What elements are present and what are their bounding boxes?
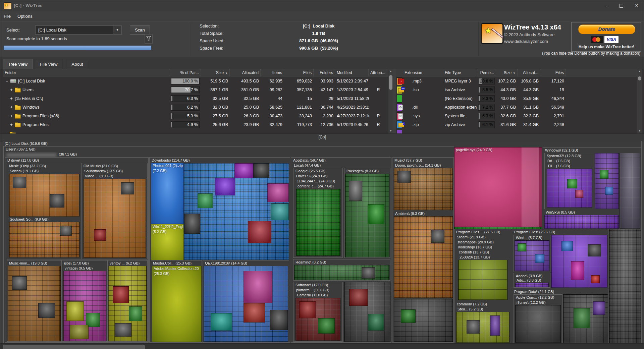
expand-icon[interactable]: +: [10, 85, 13, 94]
treemap-region-ventoy[interactable]: ventoy ... (6.2 GB): [107, 260, 148, 342]
treemap-label-redacted[interactable]: (367.1 GB): [4, 152, 453, 157]
treemap-region-old-music[interactable]: Old Music\ (31.0 GB)Soundtracks\ (13.5 G…: [81, 163, 148, 259]
treemap-block[interactable]: [211, 313, 232, 331]
treemap-region-program-files[interactable]: Program Files\ (25.6 GB)Wind... (5.7 GB)…: [512, 229, 608, 288]
treemap-block[interactable]: [574, 308, 590, 328]
treemap-label[interactable]: Program Files ... (27.5 GB): [455, 230, 511, 235]
treemap-region-d-drive[interactable]: D drive\ (117.8 GB)Music (Old)\ (33.2 GB…: [5, 157, 149, 343]
chevron-down-icon[interactable]: ▼: [113, 26, 121, 34]
table-row[interactable]: +Program Files4.9 %25.6 GB23.9 GB32,4791…: [3, 120, 388, 129]
treemap-label[interactable]: Video ... (8.9 GB): [84, 174, 134, 179]
treemap-region-music-old[interactable]: Music (Old)\ (33.2 GB)Sorted\ (19.1 GB)S…: [7, 163, 81, 259]
treemap-block[interactable]: [318, 318, 335, 334]
folder-table-scrollbar[interactable]: ▲ ▼: [388, 69, 393, 133]
treemap-label[interactable]: Program Files\ (25.6 GB): [513, 230, 607, 235]
treemap-region-google[interactable]: Google\ (25.5 GB)DriveFS\ (24.9 GB)11841…: [293, 168, 343, 258]
treemap-region-qex[interactable]: QEX19812016\ (14.4 GB): [203, 260, 289, 342]
column-header-perce[interactable]: Perce...: [477, 69, 496, 76]
treemap-mosaic[interactable]: [609, 229, 641, 344]
treemap-block[interactable]: [13, 177, 26, 188]
treemap-block[interactable]: [571, 261, 584, 280]
treemap-label[interactable]: Doom, psych, p... (14.1 GB): [394, 163, 453, 168]
table-row[interactable]: +[15 Files in C:\]6.3 %32.5 GB32.5 GB441…: [3, 94, 388, 103]
treemap-label[interactable]: Software\ (12.0 GB): [294, 283, 342, 288]
title-bar[interactable]: [C:] - WizTree ✕: [0, 0, 644, 12]
column-header-size[interactable]: Size▼: [201, 69, 230, 76]
treemap-block-adobe-master-collection[interactable]: Adobe.Master.Collection.20(25.3 GB): [152, 266, 202, 342]
treemap-block[interactable]: [368, 204, 384, 224]
treemap-label[interactable]: steamapps\ (20.9 GB): [456, 240, 509, 245]
treemap-label[interactable]: Sorted\ (19.1 GB): [8, 169, 79, 174]
maximize-button[interactable]: [613, 0, 629, 11]
expand-icon[interactable]: +: [10, 120, 13, 129]
treemap-block[interactable]: [50, 194, 64, 208]
treemap-label[interactable]: iTunes\ (12.2 GB): [515, 300, 561, 305]
treemap-block[interactable]: [244, 303, 265, 323]
bottom-scrollbar[interactable]: [0, 343, 644, 349]
treemap-label[interactable]: QEX19812016\ (14.4 GB): [204, 261, 288, 266]
treemap-label[interactable]: Dri... (7.6 GB): [546, 159, 580, 164]
treemap-region-packages[interactable]: Packages\ (8.3 GB): [344, 168, 390, 258]
treemap-block[interactable]: [184, 214, 200, 234]
treemap-block[interactable]: [518, 243, 526, 251]
column-header-allocat[interactable]: Allocat...: [518, 69, 540, 76]
table-row[interactable]: .dll⚙Application extension7.2 %37.7 GB31…: [396, 103, 637, 112]
treemap-mosaic[interactable]: [563, 294, 608, 343]
donate-button[interactable]: Donate: [578, 24, 635, 34]
treemap-mosaic[interactable]: [9, 174, 79, 217]
treemap-label[interactable]: Adobe\ (3.9 GB): [515, 274, 549, 278]
treemap-label[interactable]: vintage\ (9.5 GB): [63, 266, 106, 271]
treemap-block-photos-zip[interactable]: Photos-001 (2).zip(7.2 GB): [151, 163, 184, 224]
treemap-block[interactable]: [575, 190, 583, 198]
treemap-mosaic[interactable]: [8, 266, 61, 341]
treemap-label[interactable]: [C:] Local Disk (519.6 GB): [3, 141, 641, 146]
table-row[interactable]: +Windows6.2 %32.0 GB25.0 GB58,625121,881…: [3, 103, 388, 112]
treemap-label[interactable]: Old Music\ (31.0 GB): [82, 164, 147, 169]
treemap-region-roaming[interactable]: Roaming\ (8.2 GB): [293, 259, 390, 281]
treemap-block[interactable]: [349, 289, 368, 306]
treemap-region-windows-sub[interactable]: Wind... (5.7 GB): [514, 235, 550, 272]
treemap-label[interactable]: Fil... (7.6 GB): [547, 164, 579, 169]
treemap-block[interactable]: [588, 244, 601, 256]
treemap-mosaic[interactable]: [63, 271, 106, 341]
treemap-label[interactable]: System32\ (12.8 GB): [545, 154, 593, 159]
table-row[interactable]: .isoisoiso Archive8.5 %44.3 GB44.3 GB19: [396, 85, 637, 94]
treemap-block[interactable]: [270, 310, 288, 330]
column-header-size[interactable]: Size▼: [496, 69, 518, 76]
treemap-label[interactable]: Music\ (37.7 GB): [393, 158, 453, 163]
tab-about[interactable]: About: [67, 59, 88, 69]
treemap-mosaic[interactable]: [394, 299, 453, 342]
treemap-label[interactable]: Ambient\ (9.3 GB): [394, 211, 453, 216]
column-header-extension[interactable]: Extension: [403, 69, 443, 76]
expand-icon[interactable]: +: [10, 94, 13, 103]
table-row[interactable]: +Users70.7 %367.1 GB351.0 GB99,282357,13…: [3, 85, 388, 94]
treemap-label[interactable]: workshop\ (13.7 GB): [457, 245, 509, 250]
treemap[interactable]: [C:] Local Disk (519.6 GB)Users\ (367.1 …: [3, 141, 642, 343]
treemap-label[interactable]: Soundtracks\ (13.5 GB): [83, 169, 146, 174]
treemap-block[interactable]: [368, 314, 384, 331]
menu-options[interactable]: Options: [14, 11, 36, 21]
expand-icon[interactable]: +: [10, 103, 13, 112]
treemap-mosaic[interactable]: [547, 169, 592, 208]
treemap-block[interactable]: [561, 241, 573, 251]
tab-tree-view[interactable]: Tree View: [3, 59, 33, 69]
treemap-block[interactable]: [535, 254, 544, 263]
treemap-block[interactable]: [600, 170, 608, 179]
treemap-label[interactable]: Google\ (25.5 GB): [294, 169, 342, 174]
table-row[interactable]: (No Extension)8.3 %43.0 GB35.9 GB46,344: [396, 94, 637, 103]
treemap-region-program-files-x86[interactable]: Program Files ... (27.5 GB)Steam\ (21.9 …: [454, 229, 511, 344]
treemap-block[interactable]: [397, 171, 411, 183]
extension-scrollbar-thumb[interactable]: [638, 76, 641, 80]
treemap-mosaic[interactable]: [394, 216, 453, 298]
treemap-label[interactable]: isos\ (17.0 GB): [63, 261, 106, 266]
treemap-region-apple-computer[interactable]: Apple Com... (12.2 GB)iTunes\ (12.2 GB): [514, 294, 562, 343]
drive-select-dropdown[interactable]: [C:] Local Disk ▼: [35, 25, 122, 35]
menu-file[interactable]: File: [0, 11, 14, 21]
treemap-block[interactable]: [267, 183, 289, 202]
treemap-label[interactable]: Apple Com... (12.2 GB): [515, 295, 561, 300]
treemap-mosaic[interactable]: [344, 282, 390, 342]
close-button[interactable]: ✕: [629, 0, 644, 11]
treemap-label[interactable]: Roaming\ (8.2 GB): [294, 260, 389, 265]
treemap-block[interactable]: [271, 203, 289, 220]
filter-icon[interactable]: [145, 34, 153, 44]
